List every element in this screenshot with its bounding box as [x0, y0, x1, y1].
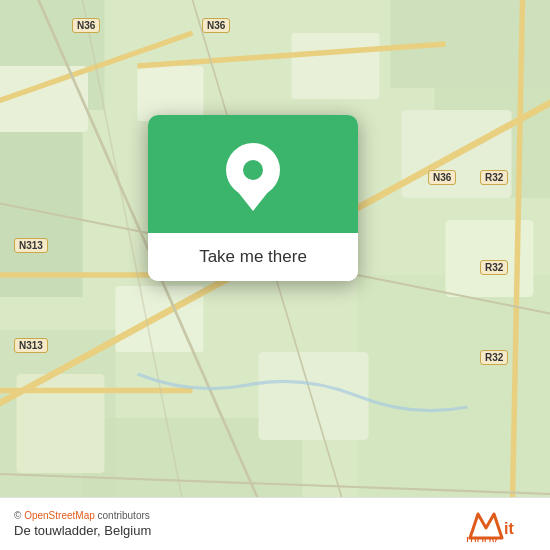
- take-me-there-button[interactable]: Take me there: [199, 247, 307, 267]
- road-label-n36-2: N36: [202, 18, 230, 33]
- road-label-r32-2: R32: [480, 260, 508, 275]
- moovit-logo-icon: it moov: [466, 506, 536, 542]
- map-container: N36 N36 N36 N313 N313 R32 R32 R32 Take m…: [0, 0, 550, 550]
- road-label-r32-1: R32: [480, 170, 508, 185]
- svg-point-30: [243, 160, 263, 180]
- svg-text:it: it: [504, 520, 514, 537]
- osm-attribution: © OpenStreetMap contributors: [14, 510, 151, 521]
- moovit-logo: it moov: [466, 506, 536, 542]
- bottom-bar: © OpenStreetMap contributors De touwladd…: [0, 497, 550, 550]
- svg-rect-14: [259, 352, 369, 440]
- osm-link[interactable]: OpenStreetMap: [24, 510, 95, 521]
- location-popup: Take me there: [148, 115, 358, 281]
- popup-green-area: [148, 115, 358, 233]
- road-label-n313-2: N313: [14, 338, 48, 353]
- road-label-n36-3: N36: [428, 170, 456, 185]
- svg-rect-13: [292, 33, 380, 99]
- svg-text:moov: moov: [466, 532, 498, 542]
- road-label-r32-3: R32: [480, 350, 508, 365]
- svg-marker-29: [234, 187, 272, 211]
- attribution-suffix: contributors: [95, 510, 150, 521]
- road-label-n36-1: N36: [72, 18, 100, 33]
- road-label-n313-1: N313: [14, 238, 48, 253]
- attribution-prefix: ©: [14, 510, 24, 521]
- bottom-left-info: © OpenStreetMap contributors De touwladd…: [14, 510, 151, 538]
- popup-button-area[interactable]: Take me there: [148, 233, 358, 281]
- location-pin-icon: [224, 143, 282, 211]
- place-name: De touwladder, Belgium: [14, 523, 151, 538]
- svg-rect-12: [138, 66, 204, 121]
